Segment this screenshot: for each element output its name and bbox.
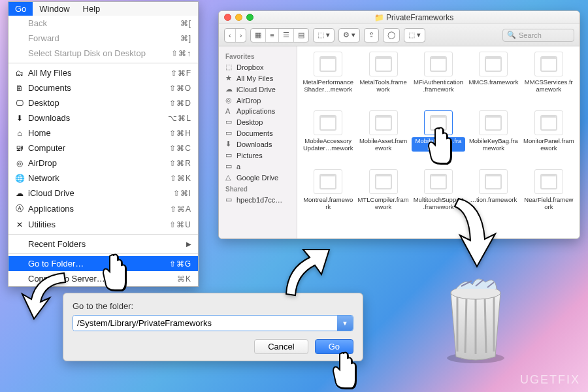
framework-icon xyxy=(424,110,453,135)
framework-icon xyxy=(369,110,398,135)
framework-icon xyxy=(534,110,563,135)
menu-utilities[interactable]: ✕Utilities⇧⌘U xyxy=(8,217,198,232)
sidebar-item[interactable]: ▭Documents xyxy=(219,127,297,139)
action-button[interactable]: ⚙ ▾ xyxy=(338,28,360,42)
sidebar-item[interactable]: ☁iCloud Drive xyxy=(219,84,297,95)
framework-icon xyxy=(479,110,508,135)
file-item[interactable]: NearField.framework xyxy=(522,169,576,227)
framework-icon xyxy=(424,169,453,194)
framework-icon xyxy=(314,110,342,135)
file-item[interactable]: MFiAuthentication.framework xyxy=(412,52,465,109)
minimize-icon[interactable] xyxy=(235,14,242,21)
search-input[interactable]: 🔍Search xyxy=(502,29,574,42)
framework-icon xyxy=(314,52,342,76)
menu-icloud[interactable]: ☁iCloud Drive⇧⌘I xyxy=(8,186,198,201)
framework-icon xyxy=(424,52,453,76)
menu-back[interactable]: Back⌘[ xyxy=(8,16,198,31)
share-button[interactable]: ⇪ xyxy=(364,28,379,42)
search-icon: 🔍 xyxy=(507,31,516,39)
menubar: Go Window Help xyxy=(8,2,198,16)
file-item[interactable]: MobileKeyBag.framework xyxy=(466,110,520,168)
file-item[interactable]: MobileDevice.framework xyxy=(412,110,465,168)
folder-icon: 📁 xyxy=(374,13,384,22)
menu-computer[interactable]: 🖳Computer⇧⌘C xyxy=(8,140,198,155)
nav-buttons[interactable]: ‹› xyxy=(224,28,246,42)
go-menu: Go Window Help Back⌘[ Forward⌘] Select S… xyxy=(8,1,199,287)
sidebar-item[interactable]: ▭a xyxy=(219,161,297,172)
sidebar-item[interactable]: ★All My Files xyxy=(219,73,297,84)
framework-icon xyxy=(534,52,563,76)
goto-folder-dialog: Go to the folder: ▼ Cancel Go xyxy=(63,293,363,361)
file-item[interactable]: MonitorPanel.framework xyxy=(522,110,576,168)
framework-icon xyxy=(479,169,508,194)
sidebar-item[interactable]: ▭hpecb1d7cc… xyxy=(219,194,297,205)
finder-toolbar: ‹› ▦≡☰▤ ⬚ ▾ ⚙ ▾ ⇪ ◯ ⬚ ▾ 🔍Search xyxy=(219,24,580,46)
sidebar-favorites-head: Favorites xyxy=(219,50,297,61)
file-item[interactable]: MetalTools.framework xyxy=(356,52,410,109)
framework-icon xyxy=(534,169,563,194)
menu-help[interactable]: Help xyxy=(76,2,107,16)
sidebar-item[interactable]: ◎AirDrop xyxy=(219,95,297,106)
dropbox-button[interactable]: ⬚ ▾ xyxy=(404,28,425,42)
watermark: UGETFIX xyxy=(520,373,580,387)
file-item[interactable]: MobileAccessoryUpdater…mework xyxy=(301,110,355,168)
close-icon[interactable] xyxy=(224,14,231,21)
sidebar-item[interactable]: ⬇Downloads xyxy=(219,139,297,150)
file-item[interactable]: …tion.framework xyxy=(466,169,520,227)
framework-icon xyxy=(479,52,508,76)
menu-window[interactable]: Window xyxy=(33,2,76,16)
menu-applications[interactable]: ⒶApplications⇧⌘A xyxy=(8,201,198,217)
menu-airdrop[interactable]: ◎AirDrop⇧⌘R xyxy=(8,155,198,171)
sidebar-item[interactable]: ▭Pictures xyxy=(219,150,297,161)
file-item[interactable]: MMCS.framework xyxy=(466,52,520,109)
finder-titlebar: 📁 PrivateFrameworks xyxy=(219,11,580,24)
sidebar-item[interactable]: ▭Desktop xyxy=(219,116,297,127)
trash-icon[interactable] xyxy=(436,267,515,367)
sidebar-item[interactable]: ⬚Dropbox xyxy=(219,61,297,73)
menu-allfiles[interactable]: 🗂All My Files⇧⌘F xyxy=(8,65,198,80)
menu-recent[interactable]: Recent Folders▶ xyxy=(8,237,198,252)
menu-documents[interactable]: 🗎Documents⇧⌘O xyxy=(8,80,198,95)
goto-path-input[interactable] xyxy=(73,316,337,331)
finder-window: 📁 PrivateFrameworks ‹› ▦≡☰▤ ⬚ ▾ ⚙ ▾ ⇪ ◯ … xyxy=(218,10,580,239)
go-button[interactable]: Go xyxy=(315,339,353,354)
view-buttons[interactable]: ▦≡☰▤ xyxy=(250,28,308,42)
zoom-icon[interactable] xyxy=(246,14,253,21)
tags-button[interactable]: ◯ xyxy=(383,28,400,42)
sidebar-item[interactable]: △Google Drive xyxy=(219,172,297,183)
file-item[interactable]: MetalPerformanceShader…mework xyxy=(301,52,355,109)
menu-go[interactable]: Go xyxy=(8,2,33,16)
framework-icon xyxy=(369,52,398,76)
menu-network[interactable]: 🌐Network⇧⌘K xyxy=(8,171,198,186)
menu-startup[interactable]: Select Startup Disk on Desktop⇧⌘↑ xyxy=(8,46,198,61)
finder-sidebar: Favorites ⬚Dropbox★All My Files☁iCloud D… xyxy=(219,46,297,238)
menu-goto-folder[interactable]: Go to Folder…⇧⌘G xyxy=(8,256,198,271)
framework-icon xyxy=(314,169,342,194)
sidebar-shared-head: Shared xyxy=(219,183,297,194)
menu-forward[interactable]: Forward⌘] xyxy=(8,31,198,46)
file-item[interactable]: MMCSServices.framework xyxy=(522,52,576,109)
dropdown-icon[interactable]: ▼ xyxy=(337,316,353,331)
menu-home[interactable]: ⌂Home⇧⌘H xyxy=(8,125,198,140)
file-item[interactable]: MobileAsset.framework xyxy=(356,110,410,168)
goto-label: Go to the folder: xyxy=(73,301,353,311)
framework-icon xyxy=(369,169,398,194)
file-item[interactable]: MTLCompiler.framework xyxy=(356,169,410,227)
menu-connect[interactable]: Connect to Server…⌘K xyxy=(8,271,198,286)
file-item[interactable]: Montreal.framework xyxy=(301,169,355,227)
sidebar-item[interactable]: AApplications xyxy=(219,106,297,116)
file-grid: MetalPerformanceShader…meworkMetalTools.… xyxy=(297,46,580,238)
file-item[interactable]: MultitouchSupport.framework xyxy=(412,169,465,227)
menu-desktop[interactable]: 🖵Desktop⇧⌘D xyxy=(8,95,198,110)
arrange-button[interactable]: ⬚ ▾ xyxy=(313,28,335,42)
menu-downloads[interactable]: ⬇Downloads⌥⌘L xyxy=(8,110,198,125)
cancel-button[interactable]: Cancel xyxy=(254,339,308,354)
finder-title: PrivateFrameworks xyxy=(386,13,453,22)
